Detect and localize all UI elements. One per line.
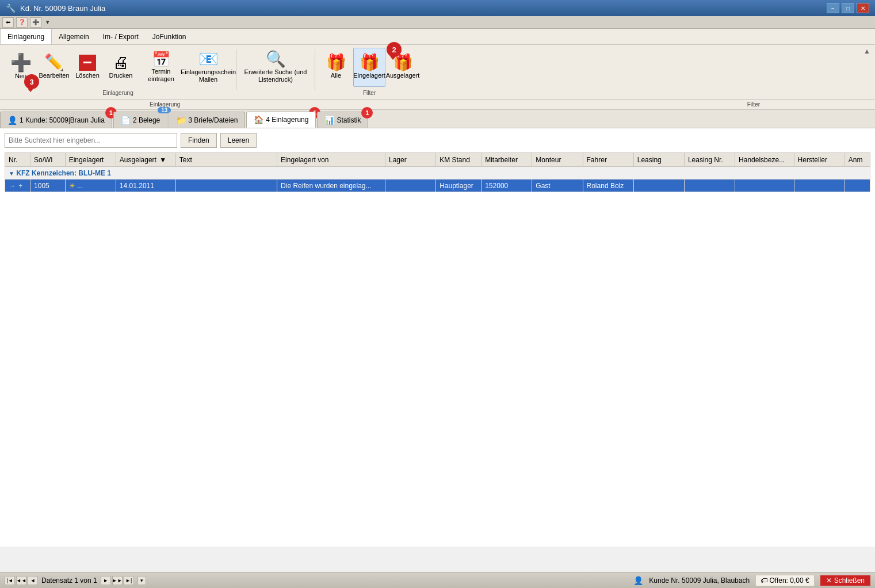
einlagerungsschein-button[interactable]: 📧 Einlagerungsschein Mailen [185, 48, 231, 87]
tab-statistik[interactable]: 📊 Statistik [317, 112, 368, 128]
tab-briefe[interactable]: 📁 3 Briefe/Dateien [169, 112, 245, 128]
tab-statistik-label: Statistik [337, 116, 361, 124]
drucken-button[interactable]: 🖨 Drucken [105, 48, 137, 87]
menu-import-export[interactable]: Im- / Export [96, 29, 146, 44]
tab-statistik-wrapper: 📊 Statistik 1 [317, 112, 369, 128]
tab-einlagerung-label: 4 Einlagerung [266, 116, 308, 124]
cell-text: Die Reifen wurden eingelag... [277, 180, 385, 192]
table-header-row: Nr. So/Wi Eingelagert Ausgelagert ▼ Text… [5, 153, 870, 167]
cell-sowi: ☀ ... [65, 180, 116, 192]
tab-briefe-label: 3 Briefe/Dateien [188, 116, 238, 124]
cell-monteur: Roland Bolz [583, 180, 633, 192]
tab-einlagerung-icon: 🏠 [254, 115, 263, 124]
cell-hersteller [845, 180, 870, 192]
tab-einlagerung[interactable]: 🏠 4 Einlagerung [246, 112, 316, 128]
nav-info: Datensatz 1 von 1 [41, 576, 97, 585]
status-bar: |◄ ◄◄ ◄ Datensatz 1 von 1 ► ►► ►| ▾ 👤 Ku… [0, 572, 875, 588]
app-icon: 🔧 [6, 3, 16, 13]
cell-nr: 1005 [30, 180, 66, 192]
qa-separator: ▾ [46, 18, 49, 26]
col-eingelagert: Eingelagert [65, 153, 116, 167]
close-icon: ✕ [826, 576, 832, 585]
cell-leasing [684, 180, 735, 192]
nav-forward-buttons: ► ►► ►| [101, 576, 134, 585]
close-button-status[interactable]: ✕ Schließen [820, 575, 870, 586]
row-add-icon[interactable]: + [18, 182, 22, 190]
toolbar-divider-1 [236, 49, 236, 90]
drucken-icon: 🖨 [113, 55, 129, 71]
toolbar-section-einlagerung: ➕ Neu 3 ✏️ Bearbeiten − Löschen 🖨 Drucke… [5, 48, 231, 87]
group-kfz-value: BLU-ME 1 [78, 169, 111, 177]
find-button[interactable]: Finden [181, 133, 217, 148]
offen-icon: 🏷 [761, 576, 767, 585]
nav-first[interactable]: |◄ [5, 576, 15, 585]
nav-buttons: |◄ ◄◄ ◄ [5, 576, 38, 585]
nav-extra[interactable]: ▾ [137, 576, 146, 585]
alle-button[interactable]: 🎁 Alle [320, 48, 352, 87]
row-expand-icon[interactable]: → [9, 182, 16, 190]
section-filter-label: Filter [747, 101, 760, 108]
tab-briefe-icon: 📁 [176, 116, 186, 125]
cell-eingelagert: 14.01.2011 [116, 180, 175, 192]
col-leasing-nr: Leasing Nr. [684, 153, 735, 167]
nav-prev-prev[interactable]: ◄◄ [16, 576, 26, 585]
col-monteur: Monteur [532, 153, 583, 167]
menu-allgemein[interactable]: Allgemein [52, 29, 96, 44]
sort-icon: ▼ [159, 156, 166, 164]
col-mitarbeiter: Mitarbeiter [482, 153, 532, 167]
cell-lager: Hauptlager [436, 180, 482, 192]
termin-button[interactable]: 📅 Termin eintragen [138, 48, 184, 87]
table-row[interactable]: → + 1005 ☀ ... 14.01.2011 Die Reifen wur… [5, 180, 870, 192]
bearbeiten-button[interactable]: ✏️ Bearbeiten [38, 48, 70, 87]
menu-jofunktion[interactable]: JoFunktion [146, 29, 193, 44]
nav-next-next[interactable]: ►► [112, 576, 123, 585]
col-lager: Lager [385, 153, 435, 167]
toolbar: ➕ Neu 3 ✏️ Bearbeiten − Löschen 🖨 Drucke… [0, 45, 875, 100]
erweiterte-suche-button[interactable]: 🔍 Erweiterte Suche (und Listendruck) [241, 48, 310, 87]
tab-kunde[interactable]: 👤 1 Kunde: 50009|Braun Julia [0, 112, 112, 128]
nav-last[interactable]: ►| [124, 576, 134, 585]
customer-status-icon: 👤 [633, 576, 643, 585]
loeschen-button[interactable]: − Löschen [71, 48, 104, 87]
status-right: 👤 Kunde Nr. 50009 Julia, Blaubach 🏷 Offe… [633, 575, 870, 586]
data-table: Nr. So/Wi Eingelagert Ausgelagert ▼ Text… [5, 152, 870, 192]
toolbar-collapse[interactable]: ▲ [863, 47, 870, 55]
tab-kunde-icon: 👤 [7, 116, 17, 125]
eingelagert-button[interactable]: 🎁 Eingelagert [353, 48, 385, 87]
minimize-button[interactable]: − [827, 3, 839, 13]
tab-einlagerung-wrapper: 🏠 4 Einlagerung 1 [246, 112, 317, 128]
toolbar-section-filter: 🎁 Alle 🎁 Eingelagert 🎁 Ausgelagert 2 Fil… [320, 48, 419, 87]
qa-back-button[interactable]: ⬅ [2, 17, 14, 28]
expand-icon[interactable]: ▼ [9, 170, 14, 177]
cell-expand: → + [5, 180, 30, 192]
maximize-button[interactable]: □ [842, 3, 854, 13]
col-ausgelagert: Ausgelagert ▼ [116, 153, 175, 167]
customer-status-text: Kunde Nr. 50009 Julia, Blaubach [649, 576, 750, 585]
tab-kunde-wrapper: 👤 1 Kunde: 50009|Braun Julia 1 [0, 112, 113, 128]
search-input[interactable] [5, 133, 177, 148]
qa-help-button[interactable]: ❓ [16, 17, 28, 28]
cell-mitarbeiter: Gast [532, 180, 583, 192]
cell-km-stand: 152000 [482, 180, 532, 192]
tab-belege[interactable]: 📄 2 Belege [113, 112, 167, 128]
toolbar-divider-2 [315, 49, 315, 90]
clear-button[interactable]: Leeren [220, 133, 257, 148]
section-labels: Einlagerung Filter [0, 100, 875, 110]
col-leasing: Leasing [633, 153, 684, 167]
neu-icon: ➕ [10, 54, 32, 71]
nav-next[interactable]: ► [101, 576, 111, 585]
filter-badge: 2 [387, 42, 402, 57]
menu-einlagerung[interactable]: Einlagerung [0, 29, 52, 44]
tab-statistik-badge: 1 [361, 107, 373, 119]
sun-icon: ☀ [69, 182, 75, 190]
einlagerungsschein-icon: 📧 [198, 51, 219, 67]
eingelagert-icon: 🎁 [360, 55, 380, 71]
tab-bar: 👤 1 Kunde: 50009|Braun Julia 1 📄 2 Beleg… [0, 110, 875, 128]
cell-eingelagert-von [385, 180, 435, 192]
col-nr: Nr. [5, 153, 30, 167]
tab-belege-label: 2 Belege [133, 116, 160, 124]
qa-add-button[interactable]: ➕ [30, 17, 41, 28]
nav-prev[interactable]: ◄ [28, 576, 38, 585]
close-button[interactable]: ✕ [857, 3, 869, 13]
title-bar: 🔧 Kd. Nr. 50009 Braun Julia − □ ✕ [0, 0, 875, 16]
